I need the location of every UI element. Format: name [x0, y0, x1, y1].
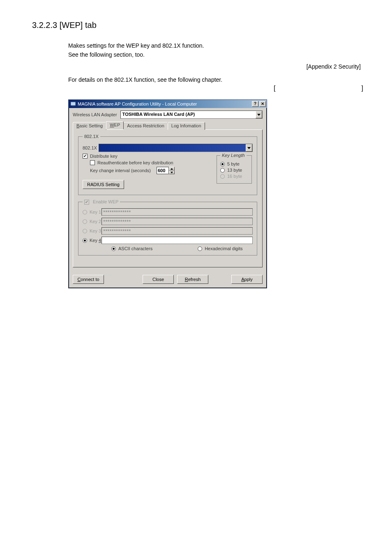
enable-wep-label: Enable WEP	[93, 199, 118, 204]
tab-log-information[interactable]: Log Infomation	[168, 122, 205, 130]
reauth-label: Reauthenticate before key distribution	[97, 160, 173, 165]
dialog-footer: Connect to Close Refresh Apply	[69, 272, 267, 288]
key-length-legend: Key Length	[220, 153, 247, 158]
key2-field	[101, 218, 253, 225]
app-icon	[70, 101, 76, 107]
details-paragraph: For details on the 802.1X function, see …	[68, 76, 363, 85]
key4-label: Key 4	[90, 238, 101, 243]
interval-input[interactable]	[157, 167, 169, 174]
svg-rect-0	[71, 102, 76, 106]
keylen-5-label: 5 byte	[227, 161, 240, 166]
dialog-title: MAGNIA software AP Configuration Utility…	[78, 101, 252, 106]
chevron-down-icon[interactable]	[256, 111, 262, 118]
key1-field	[101, 208, 253, 216]
group-key-length: Key Length 5 byte 13 byte 16 byte	[217, 153, 252, 184]
key3-field	[101, 227, 253, 235]
spinner-up[interactable]	[169, 167, 175, 170]
connect-to-button[interactable]: Connect to	[73, 275, 104, 284]
section-heading: 3.2.2.3 [WEP] tab	[32, 21, 363, 30]
tab-wep[interactable]: WEP	[106, 121, 124, 129]
help-button[interactable]: ?	[252, 101, 258, 107]
enable-wep-legend: Enable WEP	[83, 199, 120, 205]
key2-radio	[83, 219, 87, 224]
mode-combo[interactable]	[99, 144, 253, 152]
adapter-value: TOSHIBA Wireless LAN Card (AP)	[121, 111, 256, 118]
distribute-key-checkbox[interactable]	[83, 154, 88, 159]
group-8021x: 802.1X 802.1X Distribute key	[78, 134, 257, 195]
keylen-5-radio[interactable]	[220, 162, 225, 166]
bracket-left: [	[274, 85, 275, 92]
key1-radio	[83, 210, 87, 214]
keylen-16-radio	[220, 174, 225, 179]
interval-label: Key change interval (seconds)	[90, 168, 151, 173]
titlebar: MAGNIA software AP Configuration Utility…	[69, 100, 267, 108]
key4-radio[interactable]	[83, 238, 87, 243]
group-enable-wep: Enable WEP Key 1 Key 2 Key 3	[78, 199, 257, 256]
config-dialog: MAGNIA software AP Configuration Utility…	[68, 99, 267, 288]
reauth-checkbox[interactable]	[90, 160, 95, 165]
interval-spinner[interactable]	[157, 167, 175, 174]
adapter-combo[interactable]: TOSHIBA Wireless LAN Card (AP)	[120, 111, 263, 119]
hex-label: Hexadecimal digits	[205, 246, 242, 251]
key3-radio	[83, 229, 87, 233]
svg-rect-1	[72, 106, 74, 106]
mode-label: 802.1X	[83, 145, 97, 150]
key1-label: Key 1	[90, 210, 101, 214]
radius-setting-button[interactable]: RADIUS Setting	[83, 180, 124, 189]
tab-basic-setting[interactable]: Basic Setting	[73, 122, 106, 130]
tabpanel-wep: 802.1X 802.1X Distribute key	[73, 129, 263, 267]
intro-line-1: Makes settings for the WEP key and 802.1…	[68, 42, 204, 49]
intro-line-2: See the following section, too.	[68, 51, 145, 58]
key2-label: Key 2	[90, 219, 101, 224]
bracket-right: ]	[362, 85, 363, 92]
appendix-link[interactable]: [Appendix 2 Security]	[32, 63, 363, 70]
distribute-key-label: Distribute key	[90, 154, 118, 159]
mode-value	[99, 144, 246, 152]
ascii-radio[interactable]	[111, 246, 116, 251]
apply-button[interactable]: Apply	[231, 275, 263, 284]
intro-paragraph: Makes settings for the WEP key and 802.1…	[68, 41, 363, 59]
tabstrip: Basic Setting WEP Access Restriction Log…	[73, 121, 263, 129]
keylen-16-label: 16 byte	[227, 174, 242, 179]
enable-wep-checkbox	[84, 200, 89, 205]
tab-access-restriction[interactable]: Access Restriction	[123, 122, 168, 130]
keylen-13-label: 13 byte	[227, 168, 242, 173]
key4-field[interactable]	[101, 237, 253, 244]
adapter-label: Wireless LAN Adapter	[73, 112, 117, 117]
group-8021x-legend: 802.1X	[83, 134, 100, 139]
hex-radio[interactable]	[198, 246, 202, 251]
key3-label: Key 3	[90, 228, 101, 233]
spinner-down[interactable]	[169, 170, 175, 174]
close-button[interactable]: Close	[143, 275, 174, 284]
refresh-button[interactable]: Refresh	[177, 275, 208, 284]
ascii-label: ASCII characters	[118, 246, 152, 251]
keylen-13-radio[interactable]	[220, 168, 225, 173]
close-window-button[interactable]: ✕	[259, 101, 266, 107]
chevron-down-icon[interactable]	[246, 144, 252, 152]
